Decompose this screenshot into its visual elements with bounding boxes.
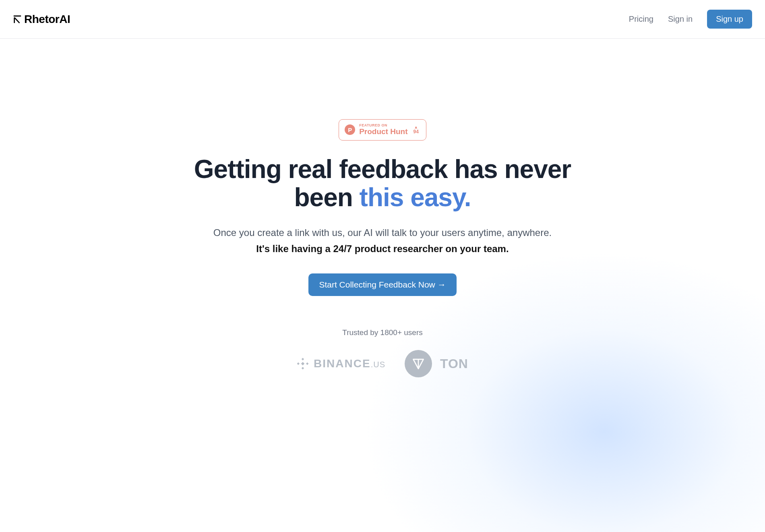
- nav: Pricing Sign in Sign up: [629, 10, 752, 29]
- signup-button[interactable]: Sign up: [707, 10, 752, 29]
- svg-line-2: [14, 17, 20, 23]
- ton-text: TON: [440, 356, 468, 371]
- hero-section: P FEATURED ON Product Hunt ▲ 94 Getting …: [181, 39, 584, 377]
- svg-rect-7: [301, 362, 304, 365]
- binance-main: BINANCE: [314, 357, 371, 370]
- hero-subhead: Once you create a link with us, our AI w…: [181, 225, 584, 258]
- binance-logo-text: BINANCE.US: [314, 357, 385, 370]
- hero-headline: Getting real feedback has never been thi…: [181, 155, 584, 212]
- header: RhetorAI Pricing Sign in Sign up: [0, 0, 765, 39]
- svg-rect-5: [297, 362, 300, 365]
- trust-label: Trusted by 1800+ users: [181, 328, 584, 337]
- ph-name: Product Hunt: [359, 128, 407, 136]
- svg-rect-3: [302, 358, 304, 360]
- ph-upvote-number: 94: [413, 129, 418, 134]
- ph-upvote-count: ▲ 94: [413, 125, 418, 134]
- trust-section: Trusted by 1800+ users BINANCE.US: [181, 328, 584, 377]
- ton-logo: TON: [405, 350, 468, 377]
- binance-logo: BINANCE.US: [297, 357, 385, 370]
- product-hunt-icon: P: [345, 124, 355, 135]
- binance-suffix: .US: [371, 360, 385, 369]
- nav-pricing[interactable]: Pricing: [629, 14, 653, 24]
- svg-rect-4: [302, 367, 304, 369]
- logo-text: RhetorAI: [24, 13, 70, 26]
- ton-icon: [405, 350, 432, 377]
- ph-letter: P: [348, 126, 352, 133]
- subhead-line1: Once you create a link with us, our AI w…: [181, 225, 584, 241]
- logo[interactable]: RhetorAI: [13, 13, 70, 26]
- trust-logos: BINANCE.US TON: [181, 350, 584, 377]
- subhead-line2: It's like having a 24/7 product research…: [181, 241, 584, 257]
- headline-accent: this easy.: [360, 183, 471, 212]
- logo-icon: [13, 15, 22, 24]
- ph-badge-left: P FEATURED ON Product Hunt: [345, 124, 407, 136]
- nav-signin[interactable]: Sign in: [668, 14, 693, 24]
- product-hunt-badge[interactable]: P FEATURED ON Product Hunt ▲ 94: [339, 119, 426, 141]
- cta-button[interactable]: Start Collecting Feedback Now →: [308, 273, 456, 296]
- ph-text-block: FEATURED ON Product Hunt: [359, 124, 407, 136]
- svg-rect-6: [306, 362, 308, 365]
- binance-icon: [297, 358, 309, 370]
